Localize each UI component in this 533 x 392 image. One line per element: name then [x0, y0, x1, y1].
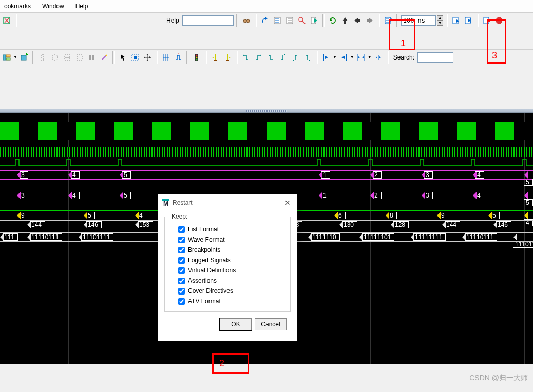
collapse-left-icon[interactable]: [320, 52, 332, 63]
search-input[interactable]: [417, 52, 453, 63]
bus-row-1: 3 4 5 1 2 3 4 5: [0, 170, 533, 180]
cursor-prev-icon[interactable]: [210, 52, 221, 63]
run-all-icon[interactable]: [463, 15, 474, 26]
edge1-icon[interactable]: [160, 52, 172, 63]
fall-prev-icon[interactable]: [290, 52, 301, 63]
list2-icon[interactable]: [284, 15, 295, 26]
ok-button[interactable]: OK: [220, 318, 252, 330]
menu-help[interactable]: Help: [71, 1, 92, 11]
svg-rect-17: [3, 55, 6, 60]
svg-point-15: [497, 19, 498, 21]
check-list-format[interactable]: List Format: [169, 224, 286, 234]
svg-rect-19: [6, 58, 10, 60]
toolbar-row-2: ▼ ▼ ▼ ▼ Search:: [0, 50, 533, 65]
tool-icon[interactable]: [1, 15, 12, 26]
svg-point-33: [196, 58, 197, 60]
sel3-icon[interactable]: [62, 52, 73, 63]
move-icon[interactable]: [142, 52, 153, 63]
menu-bar: ookmarks Window Help: [0, 0, 533, 13]
watermark: CSDN @归一大师: [469, 374, 528, 383]
bars-icon[interactable]: [86, 52, 98, 63]
check-cover-directives[interactable]: Cover Directives: [169, 286, 286, 296]
dialog-title: Restart: [173, 199, 282, 206]
time-spinner[interactable]: ▲▼: [437, 15, 443, 26]
sel2-icon[interactable]: [49, 52, 61, 63]
help-label: Help: [164, 17, 181, 24]
svg-rect-20: [21, 55, 26, 60]
svg-line-26: [102, 55, 106, 60]
help-input[interactable]: [182, 15, 234, 26]
list-icon[interactable]: [272, 15, 283, 26]
edge-next-icon[interactable]: [253, 52, 264, 63]
cursor-icon[interactable]: [117, 52, 128, 63]
find-icon[interactable]: [296, 15, 308, 26]
check-assertions[interactable]: Assertions: [169, 276, 286, 286]
empty-area: [0, 65, 533, 109]
restart-icon[interactable]: [383, 15, 394, 26]
search-label: Search:: [391, 54, 416, 61]
svg-point-2: [246, 19, 250, 23]
check-atv-format[interactable]: ATV Format: [169, 296, 286, 306]
svg-rect-35: [214, 60, 217, 61]
svg-marker-14: [496, 17, 502, 24]
fall-next-icon[interactable]: [302, 52, 313, 63]
refresh-icon[interactable]: [327, 15, 338, 26]
add-pane-icon[interactable]: [18, 52, 30, 63]
svg-point-22: [52, 54, 58, 61]
collapse-right-icon[interactable]: [338, 52, 349, 63]
check-wave-format[interactable]: Wave Format: [169, 234, 286, 245]
dialog-titlebar[interactable]: M Restart ✕: [158, 194, 297, 211]
toolbar-row-1: Help ▲▼: [0, 13, 533, 28]
traffic-light-icon[interactable]: [191, 52, 202, 63]
expand-icon[interactable]: [373, 52, 384, 63]
svg-rect-29: [134, 56, 137, 59]
sel-all-icon[interactable]: [129, 52, 141, 63]
arrow-left-icon[interactable]: [352, 15, 363, 26]
keep-fieldset: Keep: List Format Wave Format Breakpoint…: [164, 217, 291, 312]
clock-signal-1: [0, 122, 533, 140]
sel1-icon[interactable]: [37, 52, 48, 63]
svg-point-1: [243, 19, 246, 23]
svg-rect-37: [226, 60, 229, 61]
arrow-up-icon[interactable]: [339, 15, 351, 26]
edge-prev-icon[interactable]: [240, 52, 252, 63]
doc-arrow-icon[interactable]: [309, 15, 320, 26]
modelsim-logo-icon: M: [162, 199, 169, 206]
svg-rect-18: [6, 55, 10, 57]
cancel-button[interactable]: Cancel: [255, 318, 287, 330]
svg-rect-25: [77, 55, 82, 60]
stop-icon[interactable]: [493, 15, 505, 26]
pane-divider[interactable]: [0, 109, 533, 113]
svg-text:M: M: [163, 200, 168, 206]
check-logged-signals[interactable]: Logged Signals: [169, 255, 286, 265]
layout-icon[interactable]: [1, 52, 12, 63]
pulse-signal: [0, 157, 533, 167]
arrow-right-icon[interactable]: [364, 15, 375, 26]
fieldset-legend: Keep:: [170, 213, 189, 220]
run-icon[interactable]: [450, 15, 462, 26]
check-breakpoints[interactable]: Breakpoints: [169, 245, 286, 255]
check-virtual-definitions[interactable]: Virtual Definitions: [169, 265, 286, 276]
run-length-input[interactable]: [401, 15, 436, 26]
binoculars-icon[interactable]: [241, 15, 252, 26]
edge2-icon[interactable]: [173, 52, 184, 63]
sel4-icon[interactable]: [74, 52, 85, 63]
svg-point-32: [196, 56, 197, 58]
svg-line-6: [302, 21, 305, 24]
svg-point-31: [196, 54, 197, 56]
collapse-both-icon[interactable]: [355, 52, 367, 63]
clock-signal-2: [0, 147, 533, 157]
svg-rect-21: [42, 54, 44, 61]
break-icon[interactable]: [481, 15, 492, 26]
cursor-next-icon[interactable]: [222, 52, 233, 63]
menu-bookmarks[interactable]: ookmarks: [0, 1, 35, 11]
rise-prev-icon[interactable]: [265, 52, 276, 63]
svg-rect-13: [488, 19, 490, 22]
step-icon[interactable]: [259, 15, 271, 26]
close-icon[interactable]: ✕: [282, 198, 293, 208]
svg-point-5: [299, 17, 303, 22]
wand-icon[interactable]: [99, 52, 110, 63]
restart-dialog: M Restart ✕ Keep: List Format Wave Forma…: [158, 194, 297, 341]
rise-next-icon[interactable]: [277, 52, 289, 63]
menu-window[interactable]: Window: [38, 1, 68, 11]
